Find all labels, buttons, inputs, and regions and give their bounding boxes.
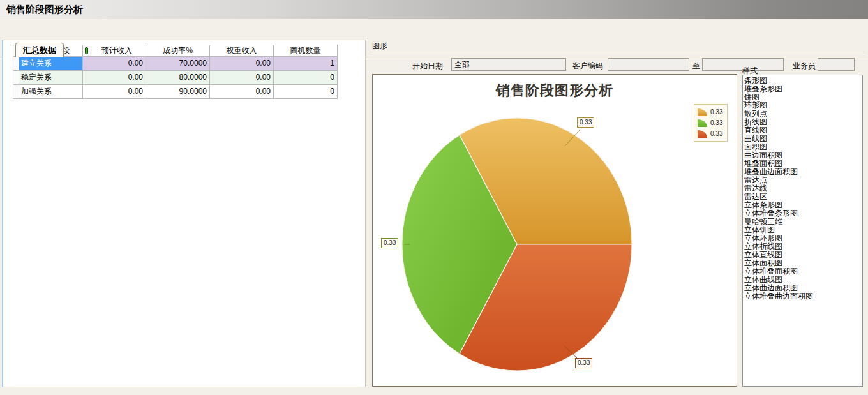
legend-entry: 0.33 — [698, 117, 722, 128]
chart-area: 销售阶段图形分析 0.33 0.33 0.33 0.33 — [372, 74, 737, 387]
window-title-bar: 销售阶段图形分析 — [0, 0, 868, 19]
legend-swatch-red-icon — [698, 130, 707, 138]
column-header-opportunity-count[interactable]: 商机数量 — [274, 45, 338, 57]
column-header-expected-income[interactable]: 预计收入 — [83, 45, 146, 57]
cell-weighted-income[interactable]: 0.00 — [210, 71, 274, 85]
page-title: 销售阶段图形分析 — [6, 4, 83, 16]
cell-expected-income[interactable]: 0.00 — [83, 71, 146, 85]
cell-success-rate[interactable]: 80.0000 — [146, 71, 210, 85]
row-selector[interactable] — [13, 85, 19, 99]
cell-success-rate[interactable]: 70.0000 — [146, 57, 210, 71]
to-label: 至 — [692, 61, 700, 71]
customer-code-label: 客户编码 — [572, 61, 603, 71]
cell-success-rate[interactable]: 90.0000 — [146, 85, 210, 99]
style-option[interactable]: 立体堆叠曲边面积图 — [743, 292, 862, 301]
legend-label: 0.33 — [710, 108, 722, 116]
cell-stage[interactable]: 建立关系 — [19, 57, 83, 71]
cell-stage[interactable]: 加强关系 — [19, 85, 83, 99]
legend-swatch-green-icon — [698, 119, 707, 127]
start-date-label: 开始日期 — [412, 61, 443, 71]
column-header-label: 成功率% — [146, 45, 209, 56]
cell-opportunity-count[interactable]: 0 — [274, 85, 338, 99]
start-date-input[interactable] — [451, 58, 566, 71]
chart-legend: 0.33 0.33 0.33 — [694, 104, 728, 142]
column-header-success-rate[interactable]: 成功率% — [146, 45, 210, 57]
style-option[interactable]: 堆叠条形图 — [743, 85, 862, 93]
pie-chart — [373, 75, 737, 386]
chart-style-listbox[interactable]: 条形图堆叠条形图饼图环形图散列点折线图直线图曲线图面积图曲边面积图堆叠面积图堆叠… — [742, 75, 863, 387]
column-header-label: 权重收入 — [210, 45, 273, 56]
salesman-label: 业务员 — [793, 61, 816, 71]
graph-group-label: 图形 — [372, 41, 387, 52]
tab-bar: 汇总数据 — [0, 19, 868, 38]
row-selector[interactable] — [13, 57, 19, 71]
cell-opportunity-count[interactable]: 1 — [274, 57, 338, 71]
column-header-label: 商机数量 — [274, 45, 337, 56]
cell-weighted-income[interactable]: 0.00 — [210, 85, 274, 99]
slice-label-green: 0.33 — [381, 238, 398, 248]
row-selector[interactable] — [13, 71, 19, 85]
customer-code-input[interactable] — [608, 58, 689, 71]
legend-entry: 0.33 — [698, 128, 722, 139]
legend-label: 0.33 — [710, 119, 722, 126]
tab-summary-data[interactable]: 汇总数据 — [15, 43, 64, 57]
cell-stage[interactable]: 稳定关系 — [19, 71, 83, 85]
salesman-input[interactable] — [818, 58, 855, 71]
graph-group-divider — [369, 52, 865, 52]
cell-weighted-income[interactable]: 0.00 — [210, 57, 274, 71]
legend-label: 0.33 — [710, 130, 722, 137]
column-header-label: 预计收入 — [88, 45, 146, 56]
cell-expected-income[interactable]: 0.00 — [83, 85, 146, 99]
cell-expected-income[interactable]: 0.00 — [83, 57, 146, 71]
legend-entry: 0.33 — [698, 107, 722, 117]
column-header-weighted-income[interactable]: 权重收入 — [210, 45, 274, 57]
slice-label-orange: 0.33 — [577, 117, 594, 128]
cell-opportunity-count[interactable]: 0 — [274, 71, 338, 85]
slice-label-red: 0.33 — [575, 358, 592, 368]
legend-swatch-orange-icon — [698, 108, 707, 116]
